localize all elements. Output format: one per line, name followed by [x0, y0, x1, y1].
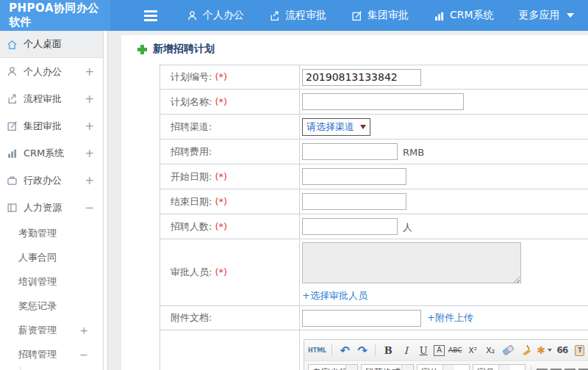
sidebar-subitem-attendance[interactable]: 考勤管理	[0, 221, 103, 245]
align-left-button[interactable]	[537, 368, 548, 370]
nav-group-approval[interactable]: 集团审批	[351, 9, 409, 22]
hamburger-menu-icon[interactable]	[144, 10, 157, 21]
hr-card-icon	[7, 202, 18, 213]
form-row-plan-name: 计划名称:(*)	[160, 90, 588, 115]
italic-button[interactable]: I	[398, 343, 413, 358]
attachment-upload-link[interactable]: +附件上传	[427, 311, 473, 324]
field-label: 结束日期:	[171, 196, 212, 207]
required-marker: (*)	[215, 171, 227, 182]
form-row-start-date: 开始日期:(*)	[160, 164, 588, 189]
plan-name-input[interactable]	[302, 93, 464, 110]
required-marker: (*)	[215, 266, 227, 278]
form-row-attachment: 附件文档: +附件上传	[160, 306, 588, 330]
expand-toggle[interactable]: +	[85, 65, 94, 79]
required-marker: (*)	[215, 96, 227, 107]
editor-toolbar-row1: HTML ↶ ↷ B I U A ABC X² X₂	[304, 340, 588, 360]
align-justify-button[interactable]	[578, 368, 588, 370]
align-center-button[interactable]	[551, 368, 562, 370]
process-approval-icon	[269, 10, 280, 21]
briefcase-icon	[7, 175, 18, 186]
expand-toggle[interactable]: +	[85, 120, 94, 133]
sidebar-item-personal-office[interactable]: 个人办公 +	[0, 58, 103, 85]
format-painter-button[interactable]: ✱	[537, 343, 552, 358]
field-label: 招聘渠道:	[171, 121, 212, 132]
sidebar-item-desktop[interactable]: 个人桌面	[0, 31, 103, 58]
nav-process-approval[interactable]: 流程审批	[269, 9, 326, 22]
fee-input[interactable]	[302, 143, 398, 160]
sidebar-subitem-rewards[interactable]: 奖惩记录	[0, 294, 103, 318]
sidebar-item-group-approval[interactable]: 集团审批 +	[0, 112, 103, 139]
nav-more-apps[interactable]: 更多应用	[519, 9, 574, 22]
sidebar-splitter[interactable]	[103, 31, 108, 370]
channel-select-value: 请选择渠道	[306, 120, 354, 134]
nav-personal-office[interactable]: 个人办公	[187, 9, 244, 22]
approvers-textarea[interactable]	[302, 242, 521, 283]
eraser-button[interactable]	[501, 343, 516, 358]
strikethrough-button[interactable]: ABC	[448, 343, 462, 358]
form-row-fee: 招聘费用: RMB	[160, 139, 588, 164]
expand-toggle[interactable]: +	[79, 324, 88, 336]
align-right-button[interactable]	[564, 368, 576, 370]
main-panel: 新增招聘计划 计划编号:(*) 计划名称:(*) 招聘渠道: 请选择渠道	[121, 35, 588, 370]
bar-chart-icon	[434, 10, 445, 21]
undo-button[interactable]: ↶	[337, 343, 352, 358]
expand-toggle[interactable]: +	[85, 147, 94, 160]
form-row-channel: 招聘渠道: 请选择渠道	[160, 115, 588, 139]
form-row-end-date: 结束日期:(*)	[160, 189, 588, 214]
sidebar-child-recruit-demand[interactable]: 招聘需求	[21, 366, 103, 370]
person-icon	[187, 10, 198, 21]
redo-button[interactable]: ↷	[355, 343, 370, 358]
edit-icon	[351, 10, 362, 21]
field-label: 计划名称:	[171, 96, 212, 107]
underline-button[interactable]: U	[416, 343, 431, 358]
expand-toggle[interactable]: +	[85, 174, 94, 187]
paragraph-format-dropdown[interactable]: 段落格式	[361, 364, 414, 370]
end-date-input[interactable]	[302, 193, 406, 210]
sidebar-item-crm[interactable]: CRM系统 +	[0, 139, 103, 167]
nav-crm-system[interactable]: CRM系统	[434, 9, 494, 22]
sidebar-item-process-approval[interactable]: 流程审批 +	[0, 85, 103, 112]
font-family-dropdown[interactable]: 字体	[417, 364, 470, 370]
custom-title-dropdown[interactable]: 自定义标题	[308, 364, 358, 370]
required-marker: (*)	[215, 71, 227, 82]
choose-approvers-link[interactable]: +选择审批人员	[302, 290, 368, 301]
superscript-button[interactable]: X²	[465, 343, 480, 358]
bold-button[interactable]: B	[381, 343, 395, 358]
headcount-input[interactable]	[302, 218, 398, 235]
sidebar-item-admin-office[interactable]: 行政办公 +	[0, 167, 103, 194]
plan-code-input[interactable]	[302, 69, 421, 86]
form-row-content-editor: HTML ↶ ↷ B I U A ABC X² X₂	[160, 330, 588, 370]
collapse-toggle[interactable]: −	[79, 349, 88, 360]
clear-format-button[interactable]	[519, 343, 534, 358]
remove-format-button[interactable]: A	[434, 345, 445, 356]
font-size-dropdown[interactable]: 字号	[473, 364, 526, 370]
app-logo[interactable]: PHPOA协同办公软件	[0, 0, 110, 31]
recruitment-submenu: 招聘需求 招聘计划 人才库	[20, 366, 103, 370]
expand-toggle[interactable]: +	[85, 92, 94, 106]
blockquote-button[interactable]: 66	[555, 343, 570, 358]
caret-down-icon	[401, 365, 413, 370]
paste-as-text-button[interactable]: T	[573, 343, 587, 358]
home-icon	[7, 39, 18, 50]
top-nav: 个人办公 流程审批 集团审批 CRM系统 更多应用	[187, 9, 574, 22]
attachment-input[interactable]	[302, 310, 421, 327]
sidebar-subitem-training[interactable]: 培训管理	[0, 269, 103, 294]
sidebar-subitem-salary[interactable]: 薪资管理+	[0, 318, 103, 342]
form-row-headcount: 招聘人数:(*) 人	[160, 214, 588, 239]
caret-down-icon	[498, 365, 510, 370]
sidebar-item-hr[interactable]: 人力资源 −	[0, 194, 103, 221]
editor-toolbar-row2: 自定义标题 段落格式 字体 字号 ∞ ∞	[304, 360, 588, 370]
field-label: 招聘人数:	[171, 221, 212, 232]
sidebar-subitem-contracts[interactable]: 人事合同	[0, 245, 103, 269]
sidebar-subitem-recruitment[interactable]: 招聘管理−	[0, 342, 103, 366]
caret-down-icon	[345, 365, 357, 370]
fee-unit: RMB	[403, 147, 424, 158]
source-code-button[interactable]: HTML	[308, 343, 326, 358]
subscript-button[interactable]: X₂	[483, 343, 498, 358]
collapse-toggle[interactable]: −	[85, 201, 94, 214]
caret-down-icon	[442, 365, 454, 370]
eraser-icon	[502, 344, 514, 355]
start-date-input[interactable]	[302, 168, 406, 185]
field-label: 附件文档:	[171, 312, 212, 323]
channel-select[interactable]: 请选择渠道	[302, 118, 370, 136]
